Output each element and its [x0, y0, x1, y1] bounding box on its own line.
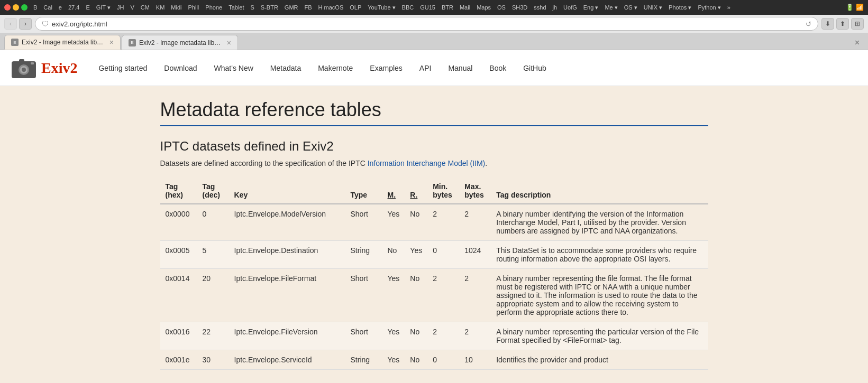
bookmark-item-27[interactable]: SH3D [509, 4, 530, 11]
cell-type: Short [345, 204, 382, 241]
bookmark-item-29[interactable]: jh [550, 4, 560, 11]
bookmark-item-30[interactable]: UofG [561, 4, 580, 11]
url-text: exiv2.org/iptc.html [52, 20, 107, 28]
browser-toolbar: ‹ › 🛡 exiv2.org/iptc.html ↺ ⬇ ⬆ ⊞ [0, 15, 868, 33]
bookmark-item-2[interactable]: e [56, 4, 65, 11]
cell-tag-hex: 0x001e [160, 350, 197, 370]
reload-icon[interactable]: ↺ [806, 20, 811, 28]
bookmark-item-4[interactable]: E [83, 4, 92, 11]
cell-m: Yes [382, 350, 405, 370]
bookmark-item-14[interactable]: S [248, 4, 257, 11]
nav-getting-started[interactable]: Getting started [90, 60, 156, 77]
url-bar-container: 🛡 exiv2.org/iptc.html ↺ [35, 17, 818, 31]
main-content: Metadata reference tables IPTC datasets … [143, 86, 725, 382]
new-tab-button[interactable]: ⊞ [851, 18, 864, 30]
tab-2[interactable]: E Exiv2 - Image metadata library and too… [122, 35, 238, 50]
bookmark-item-6[interactable]: JH [114, 4, 126, 11]
nav-download[interactable]: Download [156, 60, 205, 77]
bookmark-item-34[interactable]: UNIX ▾ [641, 4, 665, 12]
svg-rect-4 [19, 59, 24, 62]
cell-tag-dec: 30 [197, 350, 229, 370]
bookmark-item-33[interactable]: OS ▾ [622, 4, 640, 12]
bookmark-item-9[interactable]: KM [153, 4, 168, 11]
cell-type: String [345, 241, 382, 269]
bookmark-item-11[interactable]: Phill [186, 4, 202, 11]
cell-description: A binary number representing the file fo… [491, 269, 708, 322]
cell-description: This DataSet is to accommodate some prov… [491, 241, 708, 269]
cell-m: Yes [382, 204, 405, 241]
tab-1[interactable]: E Exiv2 - Image metadata library and too… [4, 35, 121, 50]
nav-github[interactable]: GitHub [515, 60, 555, 77]
bookmark-item-17[interactable]: FB [302, 4, 315, 11]
bookmark-item-37[interactable]: » [725, 4, 733, 11]
th-m: M. [382, 178, 405, 204]
nav-whats-new[interactable]: What's New [206, 60, 262, 77]
bookmark-item-5[interactable]: GIT ▾ [94, 4, 113, 12]
bookmark-item-22[interactable]: GU15 [417, 4, 438, 11]
nav-book[interactable]: Book [481, 60, 515, 77]
iim-link[interactable]: Information Interchange Model (IIM) [368, 159, 486, 167]
bookmark-item-3[interactable]: 27.4 [66, 4, 82, 11]
bookmark-item-8[interactable]: CM [138, 4, 152, 11]
nav-api[interactable]: API [411, 60, 440, 77]
bookmark-item-18[interactable]: H macOS [316, 4, 346, 11]
tab-2-close[interactable]: × [227, 39, 231, 47]
bookmark-item-24[interactable]: Mail [457, 4, 473, 11]
tab-1-close[interactable]: × [109, 38, 114, 46]
cell-tag-dec: 5 [197, 241, 229, 269]
back-button[interactable]: ‹ [4, 18, 17, 30]
bookmark-item-36[interactable]: Python ▾ [695, 4, 723, 12]
cell-key: Iptc.Envelope.FileFormat [229, 269, 345, 322]
cell-m: No [382, 241, 405, 269]
nav-metadata[interactable]: Metadata [262, 60, 309, 77]
close-dot[interactable] [4, 4, 11, 11]
bookmark-item-35[interactable]: Photos ▾ [666, 4, 694, 12]
minimize-dot[interactable] [13, 4, 19, 11]
nav-makernote[interactable]: Makernote [309, 60, 361, 77]
bookmark-item-20[interactable]: YouTube ▾ [365, 4, 398, 12]
bookmark-item-28[interactable]: sshd [531, 4, 549, 11]
table-header-row: Tag(hex) Tag(dec) Key Type M. R. Min.byt… [160, 178, 708, 204]
maximize-dot[interactable] [21, 4, 28, 11]
th-tag-hex: Tag(hex) [160, 178, 197, 204]
url-bar[interactable]: 🛡 exiv2.org/iptc.html ↺ [35, 17, 818, 31]
bookmark-item-15[interactable]: S-BTR [258, 4, 281, 11]
tab-2-title: Exiv2 - Image metadata library and tools [139, 39, 222, 46]
bookmark-item-26[interactable]: OS [495, 4, 508, 11]
th-min-bytes: Min.bytes [427, 178, 459, 204]
cell-tag-hex: 0x0014 [160, 269, 197, 322]
table-row: 0x00000Iptc.Envelope.ModelVersionShortYe… [160, 204, 708, 241]
bookmark-item-0[interactable]: B [31, 4, 40, 11]
bookmark-item-1[interactable]: Cal [41, 4, 55, 11]
bookmark-item-12[interactable]: Phone [203, 4, 225, 11]
cell-key: Iptc.Envelope.FileVersion [229, 322, 345, 350]
bookmark-item-23[interactable]: BTR [439, 4, 456, 11]
cell-max-bytes: 1024 [459, 241, 491, 269]
svg-point-3 [22, 68, 26, 72]
th-key: Key [229, 178, 345, 204]
bookmark-item-19[interactable]: OLP [347, 4, 364, 11]
cell-key: Iptc.Envelope.ModelVersion [229, 204, 345, 241]
cell-description: A binary number representing the particu… [491, 322, 708, 350]
nav-examples[interactable]: Examples [361, 60, 410, 77]
cell-max-bytes: 2 [459, 204, 491, 241]
bookmark-item-7[interactable]: V [127, 4, 136, 11]
bookmark-item-16[interactable]: GMR [282, 4, 301, 11]
th-tag-desc: Tag description [491, 178, 708, 204]
forward-button[interactable]: › [19, 18, 32, 30]
bookmark-item-25[interactable]: Maps [474, 4, 494, 11]
bookmark-item-13[interactable]: Tablet [226, 4, 246, 11]
bookmark-item-32[interactable]: Me ▾ [602, 4, 620, 12]
os-bar: BCale27.4EGIT ▾JHVCMKMMidiPhillPhoneTabl… [0, 0, 868, 15]
cell-min-bytes: 2 [427, 204, 459, 241]
bookmark-item-31[interactable]: Eng ▾ [581, 4, 601, 12]
share-button[interactable]: ⬆ [836, 18, 849, 30]
iptc-table: Tag(hex) Tag(dec) Key Type M. R. Min.byt… [160, 178, 708, 370]
cell-m: Yes [382, 322, 405, 350]
bookmark-item-10[interactable]: Midi [168, 4, 184, 11]
close-window-icon[interactable]: × [851, 36, 864, 50]
cell-key: Iptc.Envelope.ServiceId [229, 350, 345, 370]
download-manager-button[interactable]: ⬇ [821, 18, 834, 30]
bookmark-item-21[interactable]: BBC [399, 4, 417, 11]
nav-manual[interactable]: Manual [440, 60, 481, 77]
